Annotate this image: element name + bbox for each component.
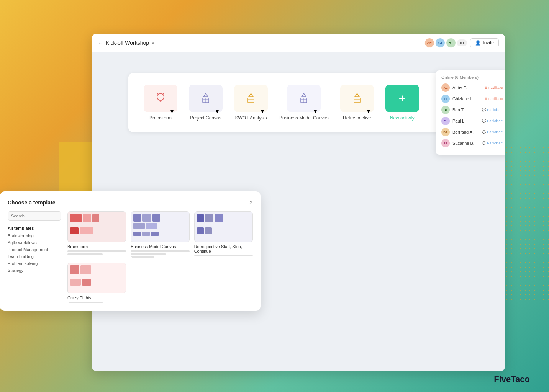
template-desc-brainstorm-1 xyxy=(67,250,126,252)
template-thumb-bmc xyxy=(131,211,189,242)
member-role-ba: 💬 Participant xyxy=(482,130,503,134)
template-card-bmc[interactable]: Business Model Canvas xyxy=(131,211,189,258)
brainstorm-icon-box: ▾ xyxy=(144,85,177,112)
member-avatar-pl: PL xyxy=(441,117,450,125)
avatar-group: AE GI BT ••• xyxy=(424,38,467,48)
business-icon-box: ▾ xyxy=(287,85,321,112)
retro-svg xyxy=(349,90,365,106)
template-modal: Choose a template × All templates Brains… xyxy=(0,191,261,311)
invite-label: Invite xyxy=(483,40,494,46)
invite-icon: 👤 xyxy=(475,40,481,46)
facilitator-icon: 🖥 xyxy=(484,86,488,90)
members-panel: Online (6 Members) AE Abby E. 🖥 Facilita… xyxy=(436,70,505,155)
avatar-gi: GI xyxy=(435,38,445,48)
brainstorm-svg xyxy=(152,90,169,106)
template-sidebar: All templates Brainstorming Agile workfl… xyxy=(8,211,61,303)
svg-line-2 xyxy=(163,93,164,94)
member-row-bt: BT Ben T. 💬 Participant xyxy=(441,106,503,114)
participant-icon-pl: 💬 xyxy=(482,119,486,123)
participant-icon-ba: 💬 xyxy=(482,130,486,134)
project-label: Project Canvas xyxy=(190,115,221,121)
member-role-gi: 🖥 Facilitator xyxy=(484,97,503,101)
svg-marker-4 xyxy=(203,93,208,97)
chevron-down-icon[interactable]: ∨ xyxy=(151,40,155,46)
member-row-gi: GI Ghizlane I. 🖥 Facilitator xyxy=(441,95,503,103)
template-modal-title: Choose a template xyxy=(8,199,55,206)
svg-line-3 xyxy=(157,93,158,94)
member-avatar-sb: SB xyxy=(441,139,450,147)
activity-swot[interactable]: ▾ SWOT Analysis xyxy=(234,85,268,121)
sidebar-cat-product[interactable]: Product Management xyxy=(8,247,61,252)
template-thumb-retro xyxy=(194,211,253,242)
member-avatar-gi: GI xyxy=(441,95,450,103)
member-role-bt: 💬 Participant xyxy=(482,108,503,112)
project-icon-box: ▾ xyxy=(189,85,223,112)
svg-marker-12 xyxy=(302,93,306,97)
template-desc-bmc-1 xyxy=(131,250,189,252)
member-row-ba: BA Bertrand A. 💬 Participant xyxy=(441,128,503,136)
template-modal-body: All templates Brainstorming Agile workfl… xyxy=(8,211,253,303)
sidebar-cat-strategy[interactable]: Strategy xyxy=(8,268,61,273)
member-avatar-ae: AE xyxy=(441,83,450,92)
brainstorm-label: Brainstorm xyxy=(149,115,172,121)
swot-icon-box: ▾ xyxy=(234,85,268,112)
project-svg xyxy=(198,90,214,106)
template-search-input[interactable] xyxy=(8,211,61,220)
business-label: Business Model Canvas xyxy=(279,115,329,121)
member-row-sb: SB Suzanne B. 💬 Participant xyxy=(441,139,503,147)
svg-marker-8 xyxy=(249,93,253,97)
member-name-pl: Paul L. xyxy=(452,119,479,123)
member-name-bt: Ben T. xyxy=(452,108,479,112)
brainstorm-dropdown[interactable]: ▾ xyxy=(170,108,174,110)
project-dropdown[interactable]: ▾ xyxy=(216,108,220,110)
svg-marker-16 xyxy=(355,93,359,97)
member-avatar-bt: BT xyxy=(441,106,450,114)
member-avatar-ba: BA xyxy=(441,128,450,136)
template-grid: Brainstorm xyxy=(67,211,253,303)
retro-dropdown[interactable]: ▾ xyxy=(367,108,371,110)
activity-brainstorm[interactable]: ▾ Brainstorm xyxy=(144,85,177,121)
activity-business-model[interactable]: ▾ Business Model Canvas xyxy=(279,85,329,121)
template-card-crazy8[interactable]: Crazy Eights xyxy=(67,263,126,303)
back-button[interactable]: ← xyxy=(98,40,103,46)
template-name-crazy8: Crazy Eights xyxy=(67,296,126,300)
template-name-bmc: Business Model Canvas xyxy=(131,244,189,249)
new-activity-label: New activity xyxy=(390,115,415,121)
facilitator-icon-gi: 🖥 xyxy=(484,97,488,101)
sidebar-cat-team[interactable]: Team building xyxy=(8,254,61,259)
activity-new[interactable]: + New activity xyxy=(385,85,419,121)
members-panel-title: Online (6 Members) xyxy=(441,75,503,80)
template-desc-crazy8-1 xyxy=(67,302,103,303)
top-bar-right: AE GI BT ••• 👤 Invite xyxy=(424,38,499,48)
top-bar: ← Kick-off Workshop ∨ AE GI BT ••• 👤 Inv… xyxy=(92,34,505,52)
template-thumb-crazy8 xyxy=(67,263,126,293)
member-row-ae: AE Abby E. 🖥 Facilitator xyxy=(441,83,503,92)
activity-picker: ▾ Brainstorm ▾ Project Canvas xyxy=(128,73,467,132)
member-role-pl: 💬 Participant xyxy=(482,119,503,123)
sidebar-cat-agile[interactable]: Agile workflows xyxy=(8,240,61,245)
activity-retrospective[interactable]: ▾ Retrospective xyxy=(340,85,374,121)
member-name-sb: Suzanne B. xyxy=(452,141,479,145)
more-members-button[interactable]: ••• xyxy=(457,39,467,46)
close-modal-button[interactable]: × xyxy=(249,199,253,206)
member-row-pl: PL Paul L. 💬 Participant xyxy=(441,117,503,125)
new-activity-icon-box: + xyxy=(385,85,419,112)
member-role-sb: 💬 Participant xyxy=(482,141,503,145)
business-dropdown[interactable]: ▾ xyxy=(314,108,318,110)
activity-project-canvas[interactable]: ▾ Project Canvas xyxy=(189,85,223,121)
swot-dropdown[interactable]: ▾ xyxy=(261,108,265,110)
window-title: Kick-off Workshop xyxy=(106,40,149,46)
template-name-brainstorm: Brainstorm xyxy=(67,244,126,249)
participant-icon-sb: 💬 xyxy=(482,141,486,145)
avatar-ae: AE xyxy=(424,38,434,48)
invite-button[interactable]: 👤 Invite xyxy=(470,38,499,47)
template-card-brainstorm[interactable]: Brainstorm xyxy=(67,211,126,258)
template-card-retro[interactable]: Retrospective Start, Stop, Continue xyxy=(194,211,253,258)
business-svg xyxy=(296,90,312,106)
sidebar-cat-problem[interactable]: Problem solving xyxy=(8,261,61,266)
template-name-retro: Retrospective Start, Stop, Continue xyxy=(194,244,253,253)
template-desc-bmc-2 xyxy=(131,253,166,255)
sidebar-cat-brainstorming[interactable]: Brainstorming xyxy=(8,234,61,238)
participant-icon-bt: 💬 xyxy=(482,108,486,112)
template-modal-header: Choose a template × xyxy=(8,199,253,206)
